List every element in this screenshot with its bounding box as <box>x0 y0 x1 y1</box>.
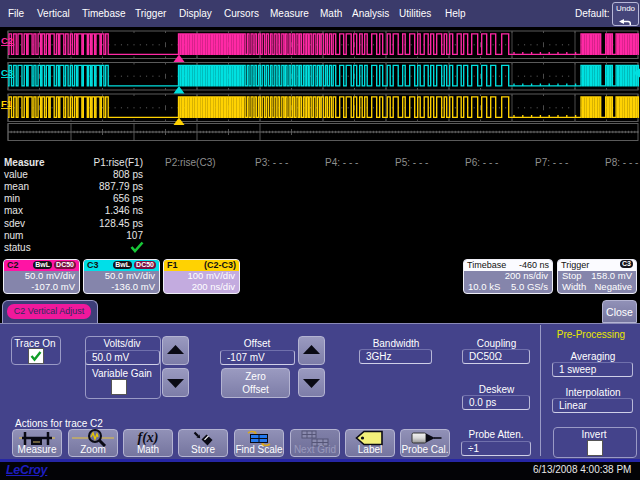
svg-text:C2: C2 <box>1 35 13 46</box>
svg-text:F1: F1 <box>1 98 13 109</box>
svg-text:C3: C3 <box>1 67 13 78</box>
